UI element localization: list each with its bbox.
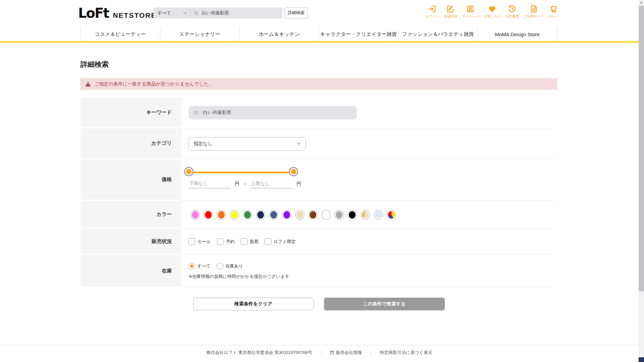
- category-select[interactable]: 指定なし: [189, 137, 306, 150]
- footer-divider: [0, 345, 639, 345]
- radio-stock-all[interactable]: すべて: [189, 263, 211, 269]
- form-row-price: 価格 円 ～ 円: [80, 159, 557, 201]
- color-swatch-white[interactable]: [322, 210, 330, 219]
- color-swatch-black[interactable]: [348, 210, 356, 219]
- keyword-label: キーワード: [80, 97, 182, 127]
- price-min-input[interactable]: [189, 181, 231, 188]
- form-actions: 検索条件をクリア この条件で検索する: [80, 298, 557, 310]
- color-swatch-gray[interactable]: [335, 210, 343, 219]
- search-icon: [194, 10, 199, 16]
- brand-yellow-divider: [0, 41, 639, 43]
- logo-brand-text: LoFt: [78, 5, 109, 21]
- color-swatch-beige[interactable]: [296, 210, 304, 219]
- login-icon: [428, 4, 437, 13]
- footer: 株式会社ロフト 東京都公安委員会 第303319700768号 販売会社情報 特…: [0, 350, 639, 356]
- search-category-select[interactable]: すべて: [154, 7, 190, 18]
- price-slider-handle-min[interactable]: [185, 168, 193, 175]
- color-swatch-gold[interactable]: [361, 210, 369, 219]
- quick-link-order-history[interactable]: 注文履歴: [505, 4, 519, 19]
- price-slider-track[interactable]: [189, 172, 293, 173]
- register-icon: [446, 4, 455, 13]
- quick-link-label: 会員登録: [444, 14, 457, 19]
- quick-link-login[interactable]: ログイン: [425, 4, 439, 19]
- price-label: 価格: [80, 159, 182, 200]
- radio-circle[interactable]: [217, 263, 223, 269]
- loft-logo[interactable]: LoFt NETSTORE: [78, 5, 156, 21]
- nav-item-4[interactable]: キャラクター・クリエイター雑貨: [319, 27, 398, 41]
- stock-note: ※在庫情報の反映に時間がかかる場合がございます: [189, 274, 289, 280]
- checkbox-box[interactable]: [189, 238, 195, 245]
- quick-link-favorites[interactable]: お気に入り: [484, 4, 501, 19]
- page-title: 詳細検索: [80, 60, 109, 69]
- checkbox-label: ロフト限定: [274, 239, 296, 245]
- quick-link-guide[interactable]: ご利用ガイド: [524, 4, 544, 19]
- checkbox-box[interactable]: [265, 238, 271, 245]
- clear-conditions-button[interactable]: 検索条件をクリア: [193, 298, 314, 310]
- color-swatch-green[interactable]: [244, 210, 252, 219]
- price-range-separator: ～: [243, 181, 248, 187]
- footer-link-commerce-law[interactable]: 特定商取引法に基づく表示: [380, 350, 432, 356]
- checkbox-sale[interactable]: セール: [189, 238, 211, 245]
- search-category-value: すべて: [158, 10, 171, 16]
- color-swatch-pink[interactable]: [191, 210, 199, 219]
- color-swatch-multicolor[interactable]: [387, 210, 395, 219]
- quick-link-mypage[interactable]: マイページ: [462, 4, 479, 19]
- form-row-stock: 在庫 すべて 在庫あり ※在庫情報の反映に時間がかかる場合がございます: [80, 255, 557, 288]
- footer-separator: [371, 350, 371, 355]
- keyword-input-box[interactable]: [189, 106, 357, 119]
- nav-item-5[interactable]: ファッション＆バラエティ雑貨: [398, 27, 478, 41]
- page-top-button[interactable]: [639, 357, 644, 362]
- alert-message: ご指定の条件に一致する商品が見つかりませんでした。: [94, 81, 213, 87]
- color-swatch-brown[interactable]: [309, 210, 317, 219]
- price-min-unit: 円: [235, 181, 239, 187]
- global-nav: コスメ＆ビューティーステーショナリーホーム＆キッチンキャラクター・クリエイター雑…: [80, 27, 557, 41]
- quick-link-register[interactable]: 会員登録: [444, 4, 457, 19]
- radio-circle[interactable]: [189, 263, 195, 269]
- radio-stock-in-stock[interactable]: 在庫あり: [217, 263, 243, 269]
- checkbox-label: 新着: [250, 239, 259, 245]
- scrollbar: [639, 0, 644, 362]
- color-swatch-clear[interactable]: [374, 210, 382, 219]
- sales-status-label: 販売状況: [80, 229, 182, 254]
- stock-options: すべて 在庫あり: [189, 263, 289, 269]
- price-max-input[interactable]: [250, 181, 292, 188]
- checkbox-new[interactable]: 新着: [241, 238, 259, 245]
- checkbox-reserve[interactable]: 予約: [217, 238, 235, 245]
- warning-icon: [85, 81, 91, 87]
- color-swatch-red[interactable]: [204, 210, 212, 219]
- header-search-input[interactable]: 白い布撮影用: [190, 10, 282, 16]
- radio-label: 在庫あり: [225, 263, 243, 269]
- search-with-conditions-button[interactable]: この条件で検索する: [324, 298, 445, 310]
- quick-link-cart[interactable]: カート: [549, 4, 559, 19]
- scrollbar-thumb[interactable]: [639, 6, 644, 291]
- color-swatch-purple[interactable]: [283, 210, 291, 219]
- color-swatch-yellow[interactable]: [230, 210, 238, 219]
- favorites-icon: [488, 4, 497, 13]
- checkbox-box[interactable]: [217, 238, 224, 245]
- footer-company-text: 株式会社ロフト 東京都公安委員会 第303319700768号: [206, 350, 312, 356]
- price-slider-handle-max[interactable]: [290, 168, 297, 175]
- form-row-category: カテゴリ 指定なし: [80, 128, 557, 159]
- color-swatch-orange[interactable]: [217, 210, 225, 219]
- form-row-sales-status: 販売状況 セール 予約 新着 ロフト限定: [80, 229, 557, 255]
- color-label: カラー: [80, 201, 182, 228]
- nav-item-1[interactable]: コスメ＆ビューティー: [80, 27, 160, 41]
- quick-link-label: 注文履歴: [505, 14, 519, 19]
- form-row-color: カラー: [80, 201, 557, 229]
- nav-item-6[interactable]: MoMA Design Store: [477, 27, 557, 41]
- header-search-query: 白い布撮影用: [202, 10, 229, 16]
- keyword-input[interactable]: [202, 110, 352, 116]
- color-swatch-navy[interactable]: [257, 210, 265, 219]
- nav-item-3[interactable]: ホーム＆キッチン: [239, 27, 319, 41]
- form-row-keyword: キーワード: [80, 97, 557, 128]
- advanced-search-button[interactable]: 詳細検索: [284, 7, 308, 18]
- nav-item-2[interactable]: ステーショナリー: [160, 27, 239, 41]
- header-search-bar: すべて 白い布撮影用: [154, 7, 282, 18]
- color-swatch-list: [191, 210, 395, 219]
- checkbox-loft-limited[interactable]: ロフト限定: [265, 238, 296, 245]
- no-results-alert: ご指定の条件に一致する商品が見つかりませんでした。: [80, 78, 557, 90]
- color-swatch-blue[interactable]: [270, 210, 278, 219]
- footer-link-seller-info[interactable]: 販売会社情報: [330, 350, 362, 356]
- checkbox-box[interactable]: [241, 238, 248, 245]
- logo-store-text: NETSTORE: [113, 11, 156, 19]
